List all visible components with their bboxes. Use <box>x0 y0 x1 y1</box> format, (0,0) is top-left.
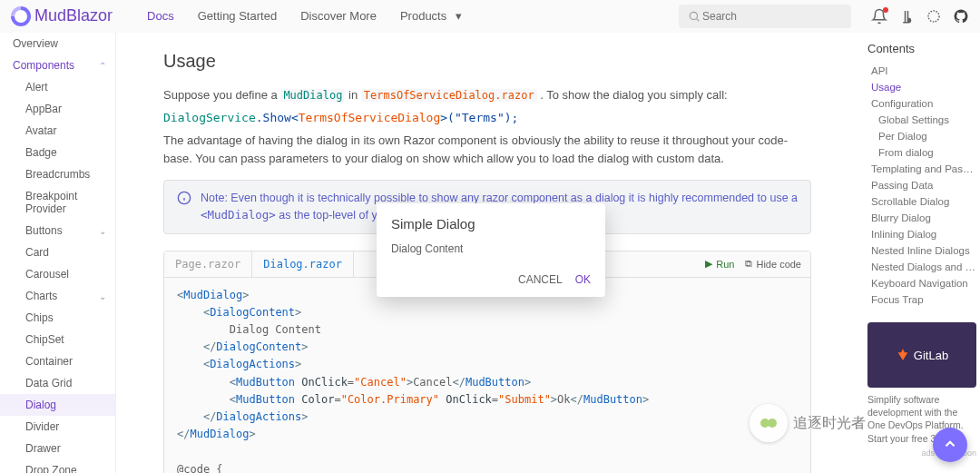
toc-nested-dialogs-and-cancel-all[interactable]: Nested Dialogs and Cancel All <box>867 259 976 275</box>
toc-list: APIUsageConfigurationGlobal SettingsPer … <box>867 63 976 308</box>
sidebar-item-alert[interactable]: Alert <box>0 76 115 98</box>
toc-global-settings[interactable]: Global Settings <box>867 112 976 128</box>
brand-text: MudBlazor <box>34 6 113 25</box>
tab-page-razor[interactable]: Page.razor <box>164 251 252 277</box>
code-body: <MudDialog> <DialogContent> Dialog Conte… <box>164 278 810 473</box>
ok-button[interactable]: OK <box>575 273 591 286</box>
play-icon: ▶ <box>705 258 712 270</box>
sidebar-item-drawer[interactable]: Drawer <box>0 438 115 459</box>
toc-usage[interactable]: Usage <box>867 79 976 95</box>
tab-dialog-razor[interactable]: Dialog.razor <box>252 251 354 277</box>
notifications-icon[interactable] <box>871 8 887 25</box>
intro-paragraph: Suppose you define a MudDialog in TermsO… <box>163 86 811 105</box>
sidebar-item-carousel[interactable]: Carousel <box>0 263 115 285</box>
ad-image[interactable]: GitLab <box>867 322 976 388</box>
nav-products[interactable]: Products ▾ <box>395 5 472 28</box>
cancel-button[interactable]: CANCEL <box>518 273 563 286</box>
search-input[interactable] <box>702 10 844 23</box>
sidebar-item-breadcrumbs[interactable]: Breadcrumbs <box>0 163 115 185</box>
sidebar-item-chips[interactable]: Chips <box>0 307 115 329</box>
search-box[interactable] <box>679 5 851 28</box>
toc-keyboard-navigation[interactable]: Keyboard Navigation <box>867 275 976 291</box>
toc-scrollable-dialog[interactable]: Scrollable Dialog <box>867 193 976 210</box>
chevron-up-icon: ⌃ <box>99 61 106 71</box>
sidebar-item-badge[interactable]: Badge <box>0 142 115 163</box>
sidebar-item-buttons[interactable]: Buttons⌄ <box>0 220 115 241</box>
top-header: MudBlazor Docs Getting Started Discover … <box>0 0 980 33</box>
svg-point-2 <box>928 11 939 22</box>
dialog-content: Dialog Content <box>377 239 605 268</box>
svg-point-0 <box>690 12 697 19</box>
code-call-line: DialogService.Show<TermsOfServiceDialog>… <box>163 109 811 128</box>
page-title: Usage <box>163 51 811 72</box>
sidebar-item-drop-zone[interactable]: Drop Zone <box>0 459 115 473</box>
toc-configuration[interactable]: Configuration <box>867 95 976 112</box>
nav-docs[interactable]: Docs <box>142 5 180 28</box>
watermark: 追逐时光者 <box>750 404 866 442</box>
chevron-down-icon: ▾ <box>450 8 466 25</box>
sidebar-item-chipset[interactable]: ChipSet <box>0 329 115 350</box>
contents-heading: Contents <box>867 42 976 55</box>
sidebar-item-divider[interactable]: Divider <box>0 416 115 438</box>
sidebar-item-dialog[interactable]: Dialog <box>0 394 115 416</box>
sidebar-item-overview[interactable]: Overview <box>0 33 115 54</box>
info-icon <box>177 190 191 206</box>
dialog-actions: CANCEL OK <box>377 268 605 297</box>
toc-from-dialog[interactable]: From dialog <box>867 144 976 161</box>
toc-passing-data[interactable]: Passing Data <box>867 177 976 193</box>
logo-icon <box>11 6 31 26</box>
sidebar-item-data-grid[interactable]: Data Grid <box>0 372 115 394</box>
sidebar-item-avatar[interactable]: Avatar <box>0 120 115 142</box>
theme-icon[interactable] <box>926 8 942 25</box>
sidebar[interactable]: OverviewComponents⌃AlertAppBarAvatarBadg… <box>0 33 116 473</box>
sidebar-item-card[interactable]: Card <box>0 241 115 263</box>
sidebar-item-charts[interactable]: Charts⌄ <box>0 285 115 307</box>
chevron-down-icon: ⌄ <box>99 291 106 301</box>
toc-nested-inline-dialogs[interactable]: Nested Inline Dialogs <box>867 242 976 259</box>
toc-per-dialog[interactable]: Per Dialog <box>867 128 976 144</box>
header-actions <box>871 8 969 25</box>
gitlab-icon: GitLab <box>896 348 948 362</box>
code-off-icon: ⧉ <box>745 258 752 270</box>
run-button[interactable]: ▶Run <box>705 258 734 270</box>
nav-getting-started[interactable]: Getting Started <box>192 5 282 28</box>
toc-templating-and-passing-sim-[interactable]: Templating and Passing Sim… <box>867 161 976 177</box>
notification-dot <box>883 7 888 13</box>
main-nav: Docs Getting Started Discover More Produ… <box>142 5 472 28</box>
dialog: Simple Dialog Dialog Content CANCEL OK <box>377 203 605 297</box>
search-icon <box>686 8 702 25</box>
svg-point-7 <box>768 419 777 428</box>
github-icon[interactable] <box>953 8 969 25</box>
brand[interactable]: MudBlazor <box>11 6 113 26</box>
chevron-down-icon: ⌄ <box>99 226 106 236</box>
dialog-title: Simple Dialog <box>377 203 605 239</box>
scroll-top-fab[interactable] <box>933 428 967 462</box>
explain-paragraph: The advantage of having the dialog in it… <box>163 132 811 170</box>
toc-api[interactable]: API <box>867 63 976 79</box>
sidebar-item-breakpoint-provider[interactable]: Breakpoint Provider <box>0 185 115 220</box>
rtl-icon[interactable] <box>898 8 915 25</box>
sidebar-item-container[interactable]: Container <box>0 350 115 372</box>
svg-line-1 <box>697 18 700 21</box>
contents-panel: Contents APIUsageConfigurationGlobal Set… <box>858 33 980 473</box>
toc-inlining-dialog[interactable]: Inlining Dialog <box>867 226 976 242</box>
toc-blurry-dialog[interactable]: Blurry Dialog <box>867 210 976 226</box>
hide-code-button[interactable]: ⧉Hide code <box>745 258 801 270</box>
sidebar-item-appbar[interactable]: AppBar <box>0 98 115 120</box>
sidebar-item-components[interactable]: Components⌃ <box>0 54 115 76</box>
chevron-up-icon <box>942 436 958 455</box>
nav-discover[interactable]: Discover More <box>295 5 382 28</box>
toc-focus-trap[interactable]: Focus Trap <box>867 291 976 308</box>
